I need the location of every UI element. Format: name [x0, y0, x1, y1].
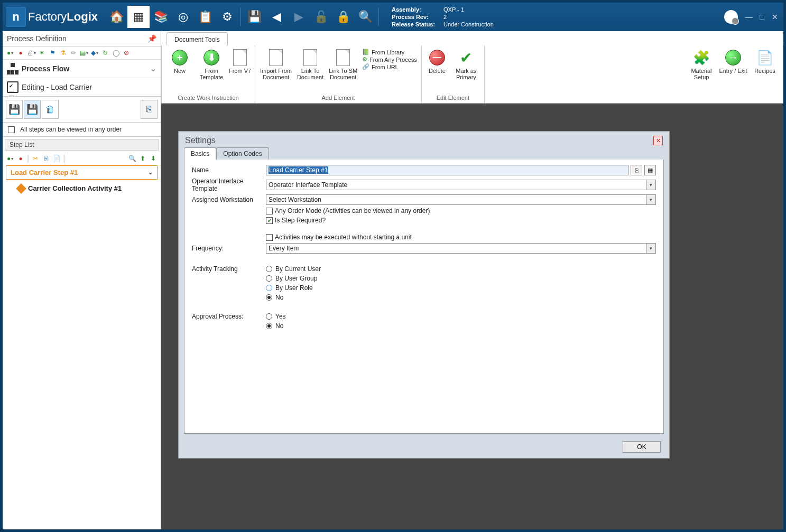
wand-icon[interactable]: ✏: [69, 49, 78, 57]
ribbon-tab[interactable]: Document Tools: [167, 32, 228, 45]
circle-icon[interactable]: ◯: [112, 49, 120, 57]
bottle-icon[interactable]: ⚗: [59, 49, 67, 57]
close-button[interactable]: ✕: [772, 13, 778, 21]
editing-toolbar: 💾 💾 🗑 ⎘: [3, 97, 161, 123]
any-order-checkbox[interactable]: [266, 208, 273, 214]
from-v7-button[interactable]: From V7: [228, 48, 252, 94]
link-doc-button[interactable]: Link To Document: [295, 48, 325, 94]
edit-name-button[interactable]: ▦: [644, 165, 656, 175]
clipboard-icon[interactable]: 📋: [194, 6, 216, 28]
editing-header: Editing - Load Carrier: [3, 78, 161, 97]
link-icon[interactable]: ✶: [38, 49, 46, 57]
save-icon[interactable]: 💾: [243, 6, 265, 28]
gear-icon[interactable]: ⚙: [216, 6, 238, 28]
user-icon[interactable]: [724, 10, 738, 24]
approval-yes-radio[interactable]: [266, 313, 272, 320]
pin-icon[interactable]: 📌: [147, 34, 156, 43]
separator: [241, 8, 241, 26]
content-area: Document Tools +New ⬇From Template From …: [161, 31, 783, 529]
chevron-down-icon[interactable]: ⌄: [148, 169, 153, 176]
process-flow-header[interactable]: Process Flow ⌄: [3, 60, 161, 78]
frequency-label: Frequency:: [192, 245, 266, 252]
required-checkbox[interactable]: ✔: [266, 217, 273, 224]
entry-exit-button[interactable]: →Entry / Exit: [718, 48, 748, 94]
down-icon[interactable]: ⬇: [149, 154, 158, 163]
step-item-selected[interactable]: Load Carrier Step #1 ⌄: [6, 165, 158, 180]
no-start-label: Activities may be executed without start…: [275, 234, 412, 241]
add-step-icon[interactable]: ●: [6, 154, 14, 163]
stop-icon[interactable]: ⊘: [122, 49, 131, 57]
recipes-button[interactable]: 📄Recipes: [750, 48, 780, 94]
tab-basics[interactable]: Basics: [184, 147, 216, 160]
ribbon-group-label: Create Work Instruction: [165, 94, 252, 102]
dialog-title: Settings ✕: [179, 132, 669, 147]
dropdown-icon[interactable]: ▾: [646, 180, 656, 190]
workstation-select[interactable]: Select Workstation: [266, 194, 646, 205]
no-start-checkbox[interactable]: [266, 234, 273, 241]
link-sm-button[interactable]: Link To SM Document: [327, 48, 359, 94]
maximize-button[interactable]: □: [760, 13, 764, 21]
copy-name-button[interactable]: ⎘: [631, 165, 642, 175]
approval-no-label: No: [275, 322, 283, 330]
layers-icon[interactable]: 📚: [150, 6, 172, 28]
minimize-button[interactable]: —: [745, 13, 753, 21]
target-icon[interactable]: ◎: [172, 6, 194, 28]
material-setup-button[interactable]: 🧩Material Setup: [687, 48, 716, 94]
tracking-user-radio[interactable]: [266, 266, 272, 272]
dropdown-icon[interactable]: ▾: [646, 194, 656, 205]
import-doc-button[interactable]: Import From Document: [258, 48, 293, 94]
grid-icon[interactable]: ▦: [127, 6, 150, 28]
frequency-select[interactable]: Every Item: [266, 243, 646, 254]
tracking-label: Activity Tracking: [192, 265, 266, 273]
close-icon[interactable]: ✕: [653, 136, 663, 145]
exit-button[interactable]: ⎘: [141, 100, 158, 119]
refresh-icon[interactable]: ↻: [101, 49, 109, 57]
any-order-row[interactable]: All steps can be viewed in any order: [3, 123, 161, 137]
chevron-down-icon: ⌄: [150, 64, 156, 73]
approval-no-radio[interactable]: [266, 323, 272, 329]
discard-button[interactable]: 🗑: [42, 100, 59, 119]
tracking-role-radio[interactable]: [266, 285, 272, 291]
panel-header: Process Definition 📌: [3, 31, 161, 46]
cube-icon[interactable]: ◆: [90, 49, 99, 57]
home-icon[interactable]: 🏠: [105, 6, 127, 28]
tracking-no-radio[interactable]: [266, 294, 272, 301]
tracking-group-radio[interactable]: [266, 275, 272, 282]
save-button[interactable]: 💾: [6, 100, 23, 119]
paste-icon[interactable]: 📄: [52, 154, 61, 163]
back-icon[interactable]: ◀: [265, 6, 288, 28]
save-as-button[interactable]: 💾: [24, 100, 41, 119]
tool-icon[interactable]: ⚑: [48, 49, 57, 57]
tracking-group-label: By User Group: [275, 275, 317, 282]
approval-yes-label: Yes: [275, 313, 286, 320]
dropdown-icon[interactable]: ▾: [646, 243, 656, 254]
template-select[interactable]: Operator Interface Template: [266, 180, 646, 190]
remove-icon[interactable]: ●: [16, 49, 25, 57]
ok-button[interactable]: OK: [623, 441, 661, 453]
mark-primary-button[interactable]: ✔Mark as Primary: [451, 48, 481, 94]
name-input[interactable]: Load Carrier Step #1: [266, 165, 628, 175]
delete-button[interactable]: —Delete: [425, 48, 449, 94]
print-icon[interactable]: 🖨: [27, 49, 35, 57]
delete-step-icon[interactable]: ●: [16, 154, 25, 163]
sheet-icon[interactable]: ▤: [80, 49, 88, 57]
app-logo-icon: n: [6, 7, 26, 27]
expand-icon[interactable]: 🔍: [128, 154, 136, 163]
cut-icon[interactable]: ✂: [31, 154, 40, 163]
activity-item[interactable]: Carrier Collection Activity #1: [6, 182, 158, 195]
from-any-button[interactable]: ⚙From Any Process: [362, 56, 417, 63]
inspect-icon[interactable]: 🔍: [354, 6, 376, 28]
from-template-button[interactable]: ⬇From Template: [197, 48, 226, 94]
add-icon[interactable]: ●: [6, 49, 14, 57]
flow-icon: [7, 63, 19, 74]
tab-option-codes[interactable]: Option Codes: [216, 147, 269, 160]
new-button[interactable]: +New: [165, 48, 195, 94]
from-library-button[interactable]: 📗From Library: [362, 49, 417, 55]
copy-icon[interactable]: ⎘: [42, 154, 50, 163]
lock-icon[interactable]: 🔒: [332, 6, 354, 28]
from-url-button[interactable]: 🔗From URL: [362, 63, 417, 70]
up-icon[interactable]: ⬆: [138, 154, 147, 163]
required-label: Is Step Required?: [275, 217, 326, 224]
any-order-label: Any Order Mode (Activities can be viewed…: [275, 207, 430, 214]
checkbox-icon[interactable]: [8, 126, 15, 133]
